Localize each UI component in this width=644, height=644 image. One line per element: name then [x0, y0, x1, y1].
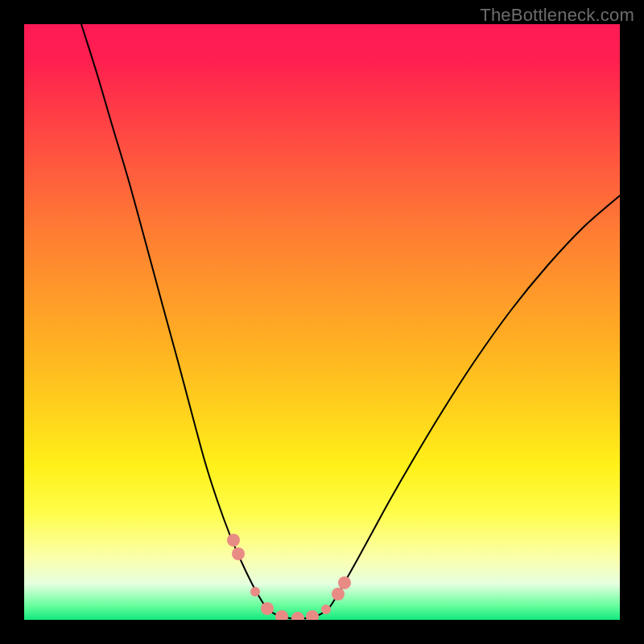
- bottleneck-curve: [81, 24, 620, 619]
- data-marker: [332, 588, 345, 601]
- plot-area: [24, 24, 620, 620]
- watermark-text: TheBottleneck.com: [480, 5, 634, 26]
- data-marker: [250, 587, 260, 597]
- chart-svg: [24, 24, 620, 620]
- data-marker: [338, 576, 351, 589]
- data-marker: [232, 547, 245, 560]
- marker-group: [227, 534, 351, 620]
- data-marker: [275, 610, 288, 620]
- data-marker: [227, 534, 240, 547]
- data-marker: [291, 612, 304, 620]
- data-marker: [306, 610, 319, 620]
- data-marker: [321, 605, 331, 614]
- chart-frame: TheBottleneck.com: [0, 0, 644, 644]
- data-marker: [261, 602, 274, 615]
- curve-group: [81, 24, 620, 619]
